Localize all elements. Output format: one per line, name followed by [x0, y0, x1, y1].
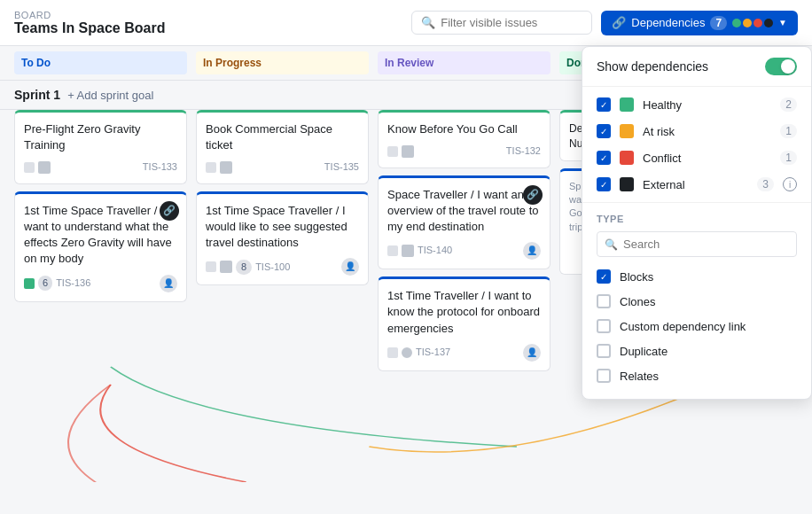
card-meta: [206, 161, 232, 174]
col-header-todo: To Do: [14, 51, 187, 74]
dot-red: [753, 19, 762, 27]
dep-swatch-external: [620, 177, 634, 191]
card-tis136: 🔗 1st Time Space Traveller / I want to u…: [14, 191, 187, 302]
color-dots: [732, 19, 773, 27]
dependencies-button[interactable]: 🔗 Dependencies 7 ▼: [601, 11, 798, 35]
type-section: TYPE 🔍 ✓ Blocks Clones Custom dependency…: [582, 202, 811, 399]
dep-checkbox-external[interactable]: ✓: [597, 177, 611, 191]
card-meta-left: 8 TIS-100: [206, 260, 290, 275]
search-icon: 🔍: [421, 16, 435, 29]
dep-name-external: External: [643, 178, 748, 191]
card-type-icon: [206, 261, 216, 272]
filter-input[interactable]: [441, 16, 582, 29]
card-meta: [24, 161, 51, 174]
dep-checkbox-atrisk[interactable]: ✓: [597, 124, 611, 138]
card-tis135: Book Commercial Space ticket TIS-135: [196, 110, 369, 184]
card-priority-icon: [402, 245, 414, 257]
col-header-inreview: In Review: [378, 51, 550, 74]
card-title: 1st Time Space Traveller / I want to und…: [24, 203, 177, 268]
card-footer: 8 TIS-100 👤: [206, 258, 359, 276]
header-left: BOARD Teams In Space Board: [14, 10, 165, 36]
card-type-icon: [24, 162, 35, 173]
count-badge: 8: [236, 260, 252, 275]
card-priority-icon: [220, 161, 232, 174]
dep-type-healthy[interactable]: ✓ Healthy 2: [597, 97, 797, 118]
link-icon-badge: 🔗: [160, 201, 179, 221]
card-title: Pre-Flight Zero Gravity Training: [24, 121, 177, 153]
add-sprint-goal[interactable]: + Add sprint goal: [67, 89, 153, 102]
link-icon-badge: 🔗: [523, 185, 543, 205]
type-checkbox-clones[interactable]: [597, 294, 611, 308]
dep-name-conflict: Conflict: [643, 152, 771, 165]
card-id: TIS-135: [324, 160, 359, 174]
sprint-name: Sprint 1: [14, 88, 60, 102]
dep-swatch-conflict: [620, 151, 634, 165]
type-checkbox-duplicate[interactable]: [597, 344, 611, 358]
card-footer: TIS-140 👤: [387, 242, 541, 260]
card-title: 1st Time Space Traveller / I would like …: [206, 203, 359, 252]
card-title: 1st Time Traveller / I want to know the …: [387, 288, 541, 337]
card-type-icon: [387, 245, 398, 256]
type-search-box[interactable]: 🔍: [597, 231, 797, 257]
card-title: Book Commercial Space ticket: [206, 121, 359, 153]
card-type-icon: [206, 162, 216, 173]
dep-checkbox-conflict[interactable]: ✓: [597, 151, 611, 165]
card-footer: TIS-135: [206, 160, 359, 174]
type-search-input[interactable]: [623, 238, 789, 251]
dep-checkbox-healthy[interactable]: ✓: [597, 97, 611, 112]
type-row-blocks[interactable]: ✓ Blocks: [597, 264, 797, 289]
type-row-relates[interactable]: Relates: [597, 363, 797, 388]
type-checkbox-custom[interactable]: [597, 319, 611, 333]
dep-name-healthy: Healthy: [643, 98, 771, 112]
col-header-inprogress: In Progress: [196, 51, 369, 74]
card-status-icon: [402, 347, 412, 358]
header: BOARD Teams In Space Board 🔍 🔗 Dependenc…: [0, 0, 812, 46]
dep-type-conflict[interactable]: ✓ Conflict 1: [597, 144, 797, 171]
card-footer: 6 TIS-136 👤: [24, 275, 177, 292]
card-type-icon: [387, 347, 398, 358]
card-id: TIS-137: [416, 346, 450, 359]
type-row-custom[interactable]: Custom dependency link: [597, 314, 797, 339]
card-id: TIS-132: [506, 144, 541, 158]
dep-health-section: ✓ Healthy 2 ✓ At risk 1 ✓ Conflict 1 ✓ E…: [582, 86, 811, 202]
card-tis132: Know Before You Go Call TIS-132: [378, 110, 550, 168]
search-icon: 🔍: [605, 238, 618, 251]
card-tis137: 1st Time Traveller / I want to know the …: [378, 276, 550, 371]
dep-button-label: Dependencies: [631, 16, 705, 29]
type-name-relates: Relates: [620, 370, 659, 383]
column-todo: Pre-Flight Zero Gravity Training TIS-133…: [14, 110, 187, 482]
type-name-custom: Custom dependency link: [620, 320, 746, 333]
show-dep-toggle[interactable]: [765, 58, 797, 75]
type-row-clones[interactable]: Clones: [597, 289, 797, 314]
card-type-icon: [387, 146, 398, 157]
card-title: Space Traveller / I want an overview of …: [387, 187, 541, 236]
type-name-blocks: Blocks: [620, 270, 653, 284]
card-id: TIS-133: [143, 160, 177, 174]
card-footer: TIS-133: [24, 160, 177, 174]
card-id: TIS-140: [418, 244, 452, 257]
toggle-thumb: [781, 59, 795, 74]
dot-yellow: [743, 19, 752, 27]
type-name-duplicate: Duplicate: [620, 345, 668, 358]
dep-type-atrisk[interactable]: ✓ At risk 1: [597, 118, 797, 144]
dep-swatch-healthy: [620, 97, 634, 112]
type-section-label: TYPE: [597, 214, 797, 224]
dep-type-external[interactable]: ✓ External 3 i: [597, 171, 797, 191]
card-meta-left: TIS-137: [387, 346, 450, 359]
card-meta-left: 6 TIS-136: [24, 276, 90, 291]
chevron-down-icon: ▼: [778, 18, 787, 27]
type-row-duplicate[interactable]: Duplicate: [597, 339, 797, 363]
avatar: 👤: [160, 275, 177, 292]
dep-count-external: 3: [757, 177, 774, 191]
card-type-icon: [24, 278, 35, 289]
filter-input-container[interactable]: 🔍: [411, 11, 592, 35]
card-priority-icon: [402, 145, 414, 158]
show-dep-label: Show dependencies: [597, 59, 708, 74]
card-tis133: Pre-Flight Zero Gravity Training TIS-133: [14, 110, 187, 184]
type-checkbox-relates[interactable]: [597, 369, 611, 383]
card-tis100: 1st Time Space Traveller / I would like …: [196, 191, 369, 286]
type-checkbox-blocks[interactable]: ✓: [597, 269, 611, 284]
dot-green: [732, 19, 741, 27]
board-title: Teams In Space Board: [14, 20, 165, 36]
type-name-clones: Clones: [620, 295, 655, 308]
